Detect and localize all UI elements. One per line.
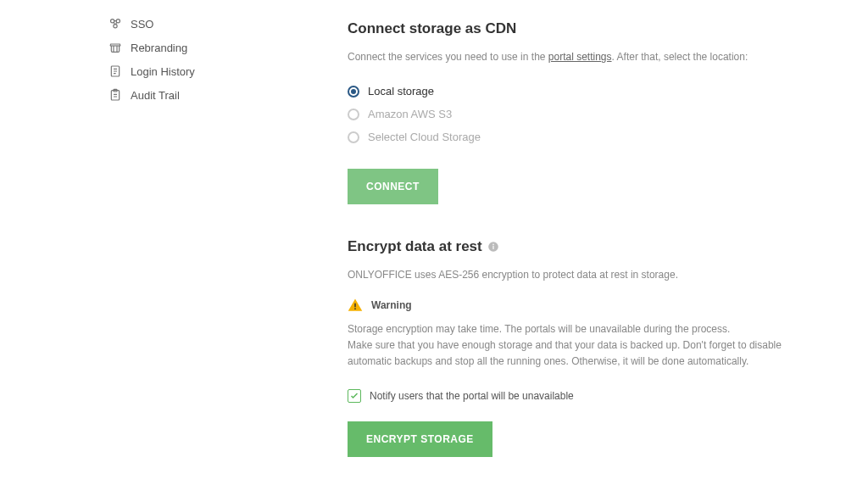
encrypt-section: Encrypt data at rest ONLYOFFICE uses AES… xyxy=(348,238,834,457)
storage-radio-group: Local storage Amazon AWS S3 Selectel Clo… xyxy=(348,80,834,148)
radio-label: Selectel Cloud Storage xyxy=(368,131,481,143)
rebranding-icon xyxy=(108,41,122,54)
svg-point-1 xyxy=(116,20,120,23)
radio-label: Amazon AWS S3 xyxy=(368,108,452,120)
encrypt-storage-button[interactable]: ENCRYPT STORAGE xyxy=(348,421,492,457)
svg-point-2 xyxy=(114,25,117,28)
warning-label: Warning xyxy=(371,299,412,311)
encrypt-title: Encrypt data at rest xyxy=(348,238,482,255)
warning-header: Warning xyxy=(348,298,834,313)
sso-icon xyxy=(108,17,122,31)
warning-line-1: Storage encryption may take time. The po… xyxy=(348,323,730,335)
sidebar-item-sso[interactable]: SSO xyxy=(108,12,237,36)
info-icon[interactable] xyxy=(487,241,499,253)
sidebar-item-audit-trail[interactable]: Audit Trail xyxy=(108,83,237,107)
warning-line-2: Make sure that you have enough storage a… xyxy=(348,339,782,367)
radio-selectel[interactable]: Selectel Cloud Storage xyxy=(348,125,834,148)
main-content: Connect storage as CDN Connect the servi… xyxy=(237,0,868,496)
svg-point-10 xyxy=(354,308,356,309)
warning-text: Storage encryption may take time. The po… xyxy=(348,321,788,371)
svg-point-8 xyxy=(492,244,494,246)
sidebar-item-rebranding[interactable]: Rebranding xyxy=(108,36,237,59)
sidebar-item-label: SSO xyxy=(131,18,153,31)
audit-trail-icon xyxy=(108,88,122,102)
radio-icon xyxy=(348,109,359,120)
svg-point-0 xyxy=(111,20,114,23)
cdn-desc-prefix: Connect the services you need to use in … xyxy=(348,51,548,63)
svg-rect-9 xyxy=(354,304,356,308)
connect-button[interactable]: CONNECT xyxy=(348,169,438,204)
sidebar-item-label: Audit Trail xyxy=(131,89,180,102)
warning-icon xyxy=(348,298,363,313)
svg-rect-7 xyxy=(492,246,493,249)
notify-label: Notify users that the portal will be una… xyxy=(370,390,574,402)
radio-icon xyxy=(348,86,359,98)
sidebar-item-login-history[interactable]: Login History xyxy=(108,59,237,83)
encrypt-desc: ONLYOFFICE uses AES-256 encryption to pr… xyxy=(348,267,834,282)
radio-label: Local storage xyxy=(368,85,434,98)
cdn-title: Connect storage as CDN xyxy=(348,20,834,37)
cdn-section: Connect storage as CDN Connect the servi… xyxy=(348,20,834,204)
cdn-desc-suffix: . After that, select the location: xyxy=(612,51,748,63)
portal-settings-link[interactable]: portal settings xyxy=(548,51,612,63)
login-history-icon xyxy=(108,64,122,78)
radio-amazon-s3[interactable]: Amazon AWS S3 xyxy=(348,103,834,125)
sidebar-item-label: Login History xyxy=(131,65,195,78)
cdn-desc: Connect the services you need to use in … xyxy=(348,49,834,64)
sidebar: SSO Rebranding Login History xyxy=(0,0,237,496)
checkbox-icon xyxy=(348,389,361,403)
sidebar-item-label: Rebranding xyxy=(131,42,187,54)
radio-icon xyxy=(348,131,359,143)
notify-checkbox[interactable]: Notify users that the portal will be una… xyxy=(348,389,834,403)
radio-local-storage[interactable]: Local storage xyxy=(348,80,834,103)
